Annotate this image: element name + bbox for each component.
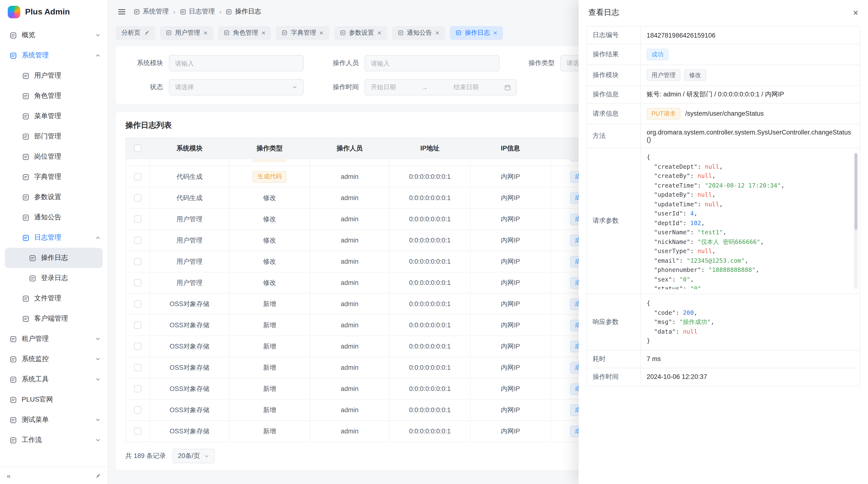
close-icon[interactable]: × xyxy=(853,8,858,17)
close-icon[interactable]: × xyxy=(204,29,207,36)
sidebar-item-dict[interactable]: 字典管理 xyxy=(0,167,107,187)
sidebar-item-user[interactable]: 用户管理 xyxy=(0,66,107,86)
sidebar-item-log[interactable]: 日志管理 xyxy=(0,228,107,248)
system-icon xyxy=(10,52,17,59)
scrollbar[interactable] xyxy=(854,152,858,289)
time-range-picker[interactable]: 开始日期 → 结束日期 xyxy=(365,79,517,95)
sidebar-item-workflow[interactable]: 工作流 xyxy=(0,430,107,450)
http-method-tag: PUT请求 xyxy=(647,108,680,120)
cell-ipinfo: 内网IP xyxy=(470,336,551,357)
module-tag: 修改 xyxy=(684,69,706,81)
detail-label: 操作模块 xyxy=(587,65,641,86)
row-checkbox[interactable] xyxy=(134,216,141,223)
hamburger-menu-icon[interactable] xyxy=(118,7,126,16)
filter-field-status: 状态 请选择 xyxy=(125,79,304,95)
type-text: 新增 xyxy=(263,406,276,413)
operator-input[interactable] xyxy=(365,55,500,71)
pin-sidebar-icon[interactable] xyxy=(95,473,101,479)
breadcrumb-item-system[interactable]: 系统管理 xyxy=(133,7,169,16)
app-logo[interactable]: Plus Admin xyxy=(0,0,107,24)
cell-ip: 0:0:0:0:0:0:0:1 xyxy=(390,336,470,357)
field-label: 操作时间 xyxy=(321,83,359,92)
sidebar-item-operlog[interactable]: 操作日志 xyxy=(5,248,103,268)
sidebar-item-label: 系统管理 xyxy=(22,51,90,60)
sidebar-item-overview[interactable]: 概览 xyxy=(0,25,107,45)
close-icon[interactable]: × xyxy=(493,29,497,36)
breadcrumb-separator: › xyxy=(173,8,175,15)
detail-row-log-id: 日志编号1842781986426159106 xyxy=(587,26,860,44)
sidebar-item-label: PLUS官网 xyxy=(22,395,101,404)
module-input-field[interactable] xyxy=(175,60,298,67)
row-checkbox[interactable] xyxy=(134,258,141,265)
sidebar-item-label: 部门管理 xyxy=(34,132,101,141)
row-checkbox[interactable] xyxy=(134,364,141,371)
select-placeholder: 请选择 xyxy=(175,83,194,92)
tab-dict[interactable]: 字典管理× xyxy=(276,26,329,40)
tab-analysis[interactable]: 分析页 xyxy=(116,26,155,40)
sidebar-item-tool[interactable]: 系统工具 xyxy=(0,369,107,389)
detail-row-req-params: 请求参数{ "createDept": null, "createBy": nu… xyxy=(587,148,860,294)
sidebar-item-label: 工作流 xyxy=(22,436,90,445)
row-checkbox[interactable] xyxy=(134,173,141,180)
sidebar-item-role[interactable]: 角色管理 xyxy=(0,86,107,106)
cell-type: 新增 xyxy=(229,293,310,315)
sidebar-item-config[interactable]: 参数设置 xyxy=(0,187,107,207)
cell-ipinfo: 内网IP xyxy=(470,230,551,251)
type-text: 修改 xyxy=(263,279,276,286)
sidebar-item-post[interactable]: 岗位管理 xyxy=(0,147,107,167)
sidebar-item-loginlog[interactable]: 登录日志 xyxy=(0,268,107,288)
sidebar-item-dept[interactable]: 部门管理 xyxy=(0,126,107,147)
row-checkbox[interactable] xyxy=(134,343,141,350)
collapse-sidebar-icon[interactable]: « xyxy=(7,472,10,479)
tab-operlog[interactable]: 操作日志× xyxy=(450,26,503,40)
tab-notice[interactable]: 通知公告× xyxy=(392,26,445,40)
row-checkbox[interactable] xyxy=(134,194,141,201)
cell-ipinfo: 内网IP xyxy=(470,315,551,336)
breadcrumb-item-operlog[interactable]: 操作日志 xyxy=(226,7,261,16)
sidebar-item-file[interactable]: 文件管理 xyxy=(0,288,107,309)
tab-config[interactable]: 参数设置× xyxy=(334,26,387,40)
row-checkbox[interactable] xyxy=(134,322,141,329)
sidebar-menu: 概览系统管理用户管理角色管理菜单管理部门管理岗位管理字典管理参数设置通知公告日志… xyxy=(0,24,107,466)
pin-icon[interactable] xyxy=(144,30,150,36)
logo-icon xyxy=(8,6,20,18)
role-icon xyxy=(224,30,229,36)
sidebar-item-client[interactable]: 客户端管理 xyxy=(0,309,107,329)
row-checkbox[interactable] xyxy=(134,300,141,308)
select-all-header xyxy=(126,138,150,159)
row-checkbox[interactable] xyxy=(134,428,141,435)
chevron-down-icon xyxy=(95,336,101,342)
sidebar-item-test[interactable]: 测试菜单 xyxy=(0,410,107,430)
row-checkbox[interactable] xyxy=(134,279,141,286)
page-size-select[interactable]: 20条/页 xyxy=(173,449,215,463)
close-icon[interactable]: × xyxy=(319,29,323,36)
sidebar-item-plus-site[interactable]: PLUS官网 xyxy=(0,389,107,410)
detail-label: 耗时 xyxy=(587,350,641,368)
cell-ip: 0:0:0:0:0:0:0:1 xyxy=(390,230,470,251)
breadcrumb-item-log[interactable]: 日志管理 xyxy=(180,7,215,16)
sidebar-item-tenant[interactable]: 租户管理 xyxy=(0,329,107,349)
select-all-checkbox[interactable] xyxy=(134,144,141,152)
row-checkbox[interactable] xyxy=(134,407,141,414)
tab-label: 角色管理 xyxy=(233,28,258,37)
sidebar-item-menu[interactable]: 菜单管理 xyxy=(0,106,107,126)
sidebar-item-notice[interactable]: 通知公告 xyxy=(0,207,107,228)
close-icon[interactable]: × xyxy=(377,29,381,36)
status-select[interactable]: 请选择 xyxy=(169,79,304,95)
row-checkbox[interactable] xyxy=(134,385,141,392)
scrollbar-thumb[interactable] xyxy=(855,153,858,230)
type-text: 修改 xyxy=(263,258,276,265)
client-icon xyxy=(22,315,29,322)
tab-role[interactable]: 角色管理× xyxy=(218,26,271,40)
post-icon xyxy=(22,153,29,160)
close-icon[interactable]: × xyxy=(435,29,439,36)
sidebar-item-monitor[interactable]: 系统监控 xyxy=(0,349,107,369)
row-checkbox[interactable] xyxy=(134,237,141,244)
operator-input-field[interactable] xyxy=(371,60,493,67)
module-input[interactable] xyxy=(169,55,304,71)
sidebar-item-label: 参数设置 xyxy=(34,193,101,201)
chevron-down-icon xyxy=(204,453,209,459)
sidebar-item-system[interactable]: 系统管理 xyxy=(0,45,107,66)
close-icon[interactable]: × xyxy=(261,29,265,36)
tab-user[interactable]: 用户管理× xyxy=(160,26,213,40)
